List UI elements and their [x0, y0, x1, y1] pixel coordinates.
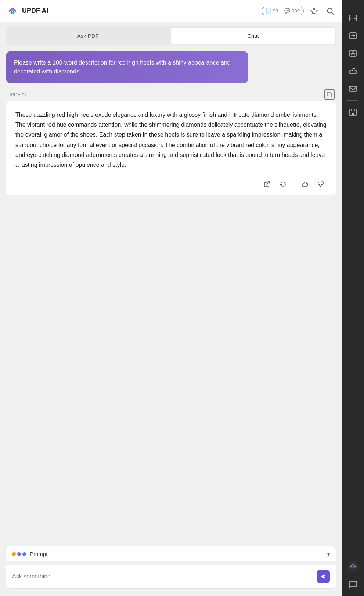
svg-rect-10: [349, 86, 357, 91]
user-message: Please write a 100-word description for …: [6, 51, 248, 83]
regenerate-button[interactable]: [278, 179, 289, 190]
chat-badge-icon: 💬: [284, 8, 290, 14]
sidebar-divider-middle: [347, 100, 358, 101]
sidebar-bottom: [345, 559, 361, 592]
svg-line-4: [267, 182, 270, 184]
convert-button[interactable]: [345, 28, 361, 44]
svg-rect-9: [352, 53, 354, 55]
ai-message-box: These dazzling red high heels exude eleg…: [6, 101, 336, 195]
svg-rect-3: [328, 93, 332, 97]
ai-response-wrapper: UPDF AI These dazzling red high heels ex…: [6, 89, 336, 195]
open-external-button[interactable]: [262, 179, 273, 190]
prompt-label: Prompt: [30, 551, 47, 557]
ask-input[interactable]: [12, 573, 317, 580]
prompt-header-left: Prompt: [12, 551, 47, 557]
logo-icon: [6, 4, 19, 18]
ai-actions: [15, 176, 327, 190]
thumbs-up-button[interactable]: [299, 179, 310, 190]
ai-message-text: These dazzling red high heels exude eleg…: [15, 110, 327, 170]
save-button[interactable]: [345, 104, 361, 121]
prompt-dots: [12, 552, 26, 556]
svg-text:OCR: OCR: [350, 17, 356, 20]
user-message-text: Please write a 100-word description for …: [14, 60, 231, 75]
svg-line-2: [332, 12, 334, 14]
send-button[interactable]: [317, 570, 330, 583]
header: UPDF AI 📄 93 💬 939: [0, 0, 342, 22]
dot-blue: [22, 552, 26, 556]
header-left: UPDF AI: [6, 4, 48, 18]
secure-button[interactable]: [345, 45, 361, 61]
chat-sidebar-button[interactable]: [345, 576, 361, 592]
tab-ask-pdf[interactable]: Ask PDF: [6, 26, 170, 45]
email-button[interactable]: [345, 80, 361, 97]
app-title: UPDF AI: [22, 7, 48, 15]
ai-label-row: UPDF AI: [6, 89, 336, 100]
share-button[interactable]: [345, 63, 361, 79]
action-divider: [294, 180, 294, 188]
pdf-badge-count: 93: [273, 8, 278, 14]
chat-area: Please write a 100-word description for …: [0, 45, 342, 542]
dot-purple: [17, 552, 21, 556]
tab-chat[interactable]: Chat: [171, 28, 335, 44]
pdf-badge: 📄 93: [266, 8, 278, 14]
badge-container: 📄 93 💬 939: [262, 7, 304, 15]
svg-point-12: [352, 113, 354, 115]
search-button[interactable]: [324, 5, 336, 17]
dot-yellow: [12, 552, 16, 556]
chevron-down-icon: ▾: [327, 551, 330, 557]
copy-button[interactable]: [324, 89, 335, 100]
updf-ai-sidebar-button[interactable]: [345, 559, 361, 575]
tab-bar: Ask PDF Chat: [6, 26, 336, 45]
pdf-badge-icon: 📄: [266, 8, 271, 14]
prompt-area: Prompt ▾: [0, 542, 342, 596]
thumbs-down-button[interactable]: [316, 179, 327, 190]
input-container: [6, 565, 336, 589]
badge-divider: [281, 8, 281, 14]
header-right: 📄 93 💬 939: [262, 5, 336, 17]
ocr-button[interactable]: OCR: [345, 10, 361, 26]
upgrade-button[interactable]: [308, 5, 320, 17]
prompt-header[interactable]: Prompt ▾: [6, 546, 336, 562]
chat-badge: 💬 939: [284, 8, 300, 14]
ai-label: UPDF AI: [7, 92, 26, 97]
right-sidebar: OCR: [342, 0, 364, 596]
chat-badge-count: 939: [292, 8, 300, 14]
sidebar-divider-top: [347, 6, 358, 6]
